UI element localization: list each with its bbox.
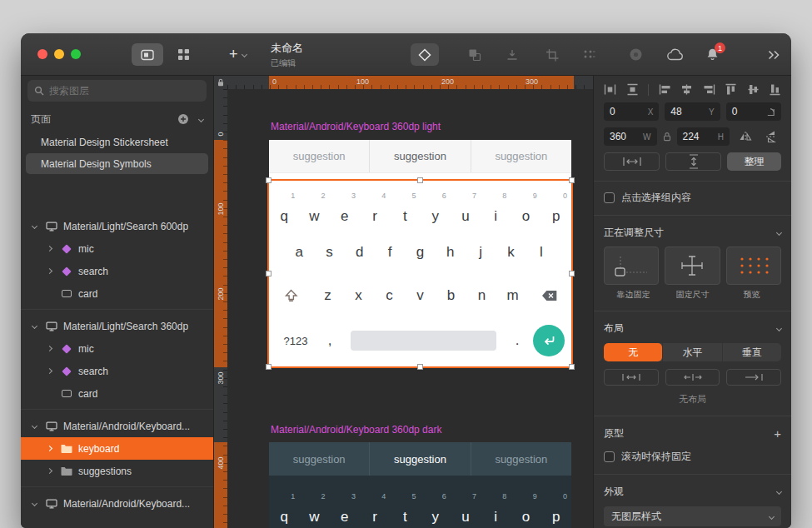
close-button[interactable] — [37, 49, 47, 59]
page-item[interactable]: Material Design Stickersheet — [26, 132, 208, 152]
align-right-icon[interactable] — [703, 83, 715, 96]
distribute-horizontal-icon[interactable] — [604, 83, 616, 96]
resize-handle-e[interactable] — [569, 271, 575, 276]
layer-row-artboard[interactable]: Material/Android/Keyboard... — [21, 492, 213, 515]
layer-row-symbol[interactable]: mic — [21, 337, 213, 360]
pages-collapse-icon[interactable] — [198, 116, 204, 122]
selection-rect[interactable] — [267, 179, 573, 368]
layer-row-artboard[interactable]: Material/Light/Search 600dp — [21, 215, 213, 237]
zoom-button[interactable] — [71, 49, 81, 59]
resize-handle-s[interactable] — [417, 364, 423, 370]
width-input[interactable]: 360W — [604, 127, 657, 146]
fixed-size-tile[interactable] — [665, 247, 720, 285]
chevron-down-icon[interactable] — [776, 326, 782, 331]
artboard-dark[interactable]: suggestion suggestion suggestion 1q 2w 3… — [269, 442, 571, 528]
resize-handle-sw[interactable] — [266, 364, 271, 370]
flatten-button[interactable] — [506, 33, 519, 76]
layer-row-symbol[interactable]: mic — [21, 237, 213, 260]
fix-on-scroll-option[interactable]: 滚动时保持固定 — [604, 450, 781, 464]
section-divider — [594, 416, 791, 416]
chevron-down-icon[interactable] — [776, 230, 782, 236]
notifications-button[interactable]: 1 — [705, 33, 720, 76]
toolbar-overflow-button[interactable] — [767, 33, 780, 76]
chevron-down-icon[interactable] — [776, 489, 782, 495]
chevron-right-icon[interactable] — [46, 446, 52, 451]
artboard-label-light[interactable]: Material/Android/Keyboard 360dp light — [271, 121, 441, 132]
union-button[interactable] — [468, 33, 481, 76]
resize-handle-w[interactable] — [266, 271, 271, 276]
canvas[interactable]: Material/Android/Keyboard 360dp light su… — [214, 76, 593, 528]
suggestion-item: suggestion — [471, 442, 571, 476]
search-input[interactable] — [49, 85, 200, 97]
components-view-button[interactable] — [167, 43, 199, 66]
align-middle-vertical-icon[interactable] — [747, 83, 760, 96]
chevron-right-icon[interactable] — [46, 268, 52, 274]
align-center-horizontal-icon[interactable] — [680, 83, 693, 96]
resize-height-button[interactable] — [665, 152, 721, 171]
flip-horizontal-button[interactable] — [735, 127, 755, 146]
layer-search[interactable] — [27, 80, 207, 102]
layer-row-folder[interactable]: suggestions — [21, 460, 213, 482]
checkbox-unchecked[interactable] — [604, 451, 615, 462]
canvas-body[interactable]: Material/Android/Keyboard 360dp light su… — [214, 76, 593, 528]
insert-button[interactable]: + — [229, 33, 247, 76]
layer-row-symbol[interactable]: search — [21, 260, 213, 282]
height-input[interactable]: 224H — [677, 127, 730, 146]
layer-row-symbol[interactable]: search — [21, 360, 213, 382]
chevron-down-icon[interactable] — [31, 501, 37, 506]
slice-button[interactable] — [545, 33, 559, 76]
preview-button[interactable] — [629, 33, 643, 76]
y-input[interactable]: 48Y — [665, 102, 720, 121]
arrange-button[interactable]: 整理 — [727, 152, 781, 171]
layer-row-shape[interactable]: card — [21, 282, 213, 305]
create-symbol-button[interactable] — [411, 33, 439, 76]
chevron-down-icon[interactable] — [31, 323, 37, 329]
resize-handle-se[interactable] — [569, 364, 575, 370]
artboard-label-dark[interactable]: Material/Android/Keyboard 360dp dark — [271, 424, 441, 436]
chevron-right-icon[interactable] — [46, 368, 52, 374]
resize-handle-n[interactable] — [417, 177, 423, 183]
layer-style-dropdown[interactable]: 无图层样式 — [604, 506, 781, 526]
page-item-selected[interactable]: Material Design Symbols — [26, 153, 208, 174]
ruler-vertical[interactable]: 0 100 200 300 400 — [214, 89, 227, 528]
prototype-section-header: 原型 + — [604, 426, 781, 441]
layer-row-artboard[interactable]: Material/Light/Search 360dp — [21, 315, 213, 337]
spacing-outer-button[interactable] — [665, 369, 720, 386]
distribute-vertical-icon[interactable] — [626, 83, 639, 96]
layer-row-artboard[interactable]: Material/Android/Keyboard... — [21, 415, 213, 437]
pin-to-edge-tile[interactable] — [604, 247, 659, 285]
checkbox-unchecked[interactable] — [604, 192, 615, 203]
layer-row-folder-selected[interactable]: keyboard — [21, 437, 213, 460]
ruler-horizontal[interactable]: 0 100 200 300 — [227, 76, 593, 89]
resize-handle-ne[interactable] — [569, 177, 575, 183]
minimize-button[interactable] — [54, 49, 64, 59]
cloud-sync-button[interactable] — [667, 33, 684, 76]
add-interaction-icon[interactable]: + — [774, 427, 781, 440]
chevron-down-icon[interactable] — [31, 423, 37, 429]
lock-ratio-icon[interactable] — [663, 132, 671, 142]
layer-row-shape[interactable]: card — [21, 382, 213, 405]
layout-mode-none[interactable]: 无 — [604, 343, 662, 361]
chevron-right-icon[interactable] — [46, 246, 52, 252]
align-bottom-icon[interactable] — [769, 83, 781, 96]
spacing-inner-button[interactable] — [604, 369, 659, 386]
chevron-right-icon[interactable] — [46, 468, 52, 474]
resize-width-button[interactable] — [604, 152, 660, 171]
ruler-corner[interactable] — [214, 76, 227, 89]
rotation-input[interactable]: 0 — [726, 102, 781, 121]
layout-mode-vertical[interactable]: 垂直 — [722, 343, 781, 361]
x-input[interactable]: 0X — [604, 102, 659, 121]
flip-vertical-button[interactable] — [761, 127, 781, 146]
spacing-edge-button[interactable] — [726, 369, 781, 386]
chevron-down-icon[interactable] — [31, 223, 37, 229]
select-group-content-option[interactable]: 点击选择组内容 — [604, 191, 781, 205]
resize-preview-icon — [735, 253, 772, 278]
resize-handle-nw[interactable] — [266, 177, 271, 183]
tidy-button[interactable] — [582, 33, 595, 76]
align-top-icon[interactable] — [725, 83, 737, 96]
align-left-icon[interactable] — [659, 83, 671, 96]
canvas-view-button[interactable] — [132, 43, 163, 66]
add-page-icon[interactable] — [177, 113, 189, 125]
chevron-right-icon[interactable] — [46, 346, 52, 351]
layout-mode-horizontal[interactable]: 水平 — [662, 343, 721, 361]
